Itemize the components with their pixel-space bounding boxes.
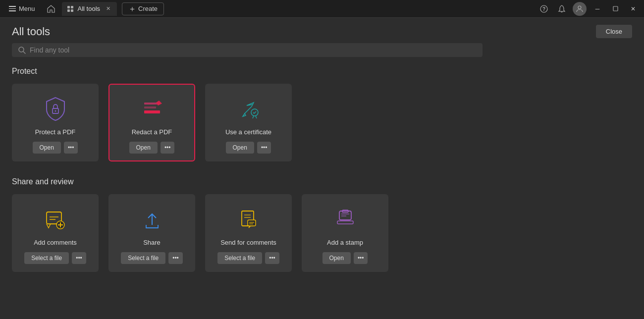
share-select-button[interactable]: Select a file <box>121 252 165 264</box>
send-comments-card: Send for comments Select a file ••• <box>205 194 292 272</box>
add-stamp-open-button[interactable]: Open <box>322 252 351 264</box>
svg-rect-0 <box>67 6 70 8</box>
redact-pdf-open-button[interactable]: Open <box>129 142 158 154</box>
share-label: Share <box>143 239 161 246</box>
home-button[interactable] <box>42 3 60 15</box>
share-icon <box>137 205 167 235</box>
protect-pdf-card: Protect a PDF Open ••• <box>12 84 99 161</box>
send-comments-icon <box>234 205 264 235</box>
help-button[interactable]: ? <box>537 2 551 16</box>
add-stamp-actions: Open ••• <box>322 252 368 264</box>
notifications-button[interactable] <box>555 2 569 16</box>
avatar-button[interactable] <box>573 2 587 16</box>
menu-label: Menu <box>19 5 35 12</box>
add-comments-actions: Select a file ••• <box>24 252 86 264</box>
send-comments-select-button[interactable]: Select a file <box>217 252 262 264</box>
svg-point-6 <box>578 6 581 9</box>
redact-pdf-icon <box>137 95 167 124</box>
app-header: All tools Close <box>0 18 644 43</box>
search-input[interactable] <box>30 46 477 54</box>
protect-section-title: Protect <box>12 67 632 76</box>
restore-button[interactable] <box>608 2 622 16</box>
page-title: All tools <box>12 25 50 38</box>
all-tools-tab[interactable]: All tools ✕ <box>62 2 117 16</box>
redact-pdf-card: Redact a PDF Open ••• <box>108 84 195 161</box>
use-certificate-card: Use a certificate Open ••• <box>205 84 292 161</box>
create-label: Create <box>138 5 158 12</box>
share-review-section-title: Share and review <box>12 177 632 186</box>
add-comments-icon <box>41 205 70 235</box>
title-bar-left: Menu All tools ✕ ＋ Create <box>4 2 535 16</box>
main-content: Protect Protect a PDF Open ••• <box>0 67 644 314</box>
svg-rect-7 <box>613 6 618 11</box>
svg-text:?: ? <box>542 6 545 12</box>
svg-point-11 <box>54 110 56 112</box>
share-card: Share Select a file ••• <box>108 194 195 272</box>
svg-rect-1 <box>71 6 73 8</box>
protect-pdf-icon <box>41 95 70 124</box>
svg-rect-3 <box>71 9 73 12</box>
send-comments-actions: Select a file ••• <box>217 252 279 264</box>
add-comments-card: Add comments Select a file ••• <box>12 194 99 272</box>
all-tools-tab-label: All tools <box>78 5 101 12</box>
svg-rect-2 <box>67 9 70 12</box>
protect-tools-grid: Protect a PDF Open ••• <box>12 84 632 161</box>
menu-button[interactable]: Menu <box>4 3 40 14</box>
send-comments-more-button[interactable]: ••• <box>265 252 279 264</box>
minimize-button[interactable]: ─ <box>590 2 604 16</box>
protect-pdf-actions: Open ••• <box>33 142 78 154</box>
share-review-section: Share and review Add comment <box>12 177 632 272</box>
tab-close-button[interactable]: ✕ <box>104 5 112 13</box>
title-bar-right: ? ─ ✕ <box>537 2 640 16</box>
send-comments-label: Send for comments <box>220 239 276 246</box>
redact-pdf-actions: Open ••• <box>129 142 175 154</box>
svg-rect-13 <box>144 106 156 108</box>
title-bar: Menu All tools ✕ ＋ Create ? <box>0 0 644 18</box>
create-button[interactable]: ＋ Create <box>122 2 164 15</box>
add-comments-more-button[interactable]: ••• <box>72 252 86 264</box>
add-stamp-label: Add a stamp <box>327 239 363 246</box>
add-stamp-icon <box>330 205 360 235</box>
close-button[interactable]: ✕ <box>626 2 640 16</box>
add-stamp-card: Add a stamp Open ••• <box>302 194 388 272</box>
svg-rect-14 <box>144 110 160 113</box>
svg-marker-15 <box>156 101 162 106</box>
close-header-button[interactable]: Close <box>596 25 632 38</box>
menu-icon <box>9 6 16 11</box>
use-certificate-more-button[interactable]: ••• <box>257 142 271 154</box>
protect-pdf-more-button[interactable]: ••• <box>64 142 78 154</box>
svg-rect-32 <box>337 221 353 224</box>
search-icon <box>18 46 26 54</box>
add-comments-label: Add comments <box>34 239 77 246</box>
share-review-tools-grid: Add comments Select a file ••• <box>12 194 632 272</box>
svg-line-9 <box>23 52 25 53</box>
use-certificate-icon <box>234 95 264 124</box>
redact-pdf-label: Redact a PDF <box>132 128 172 136</box>
use-certificate-open-button[interactable]: Open <box>226 142 254 154</box>
add-comments-select-button[interactable]: Select a file <box>24 252 69 264</box>
share-more-button[interactable]: ••• <box>168 252 183 264</box>
redact-pdf-more-button[interactable]: ••• <box>161 142 175 154</box>
search-container <box>0 43 644 67</box>
protect-section: Protect Protect a PDF Open ••• <box>12 67 632 161</box>
use-certificate-label: Use a certificate <box>225 128 271 136</box>
search-box <box>12 43 483 57</box>
svg-rect-27 <box>248 220 256 226</box>
protect-pdf-open-button[interactable]: Open <box>33 142 61 154</box>
add-stamp-more-button[interactable]: ••• <box>354 252 368 264</box>
protect-pdf-label: Protect a PDF <box>35 128 76 136</box>
use-certificate-actions: Open ••• <box>226 142 271 154</box>
share-actions: Select a file ••• <box>121 252 183 264</box>
